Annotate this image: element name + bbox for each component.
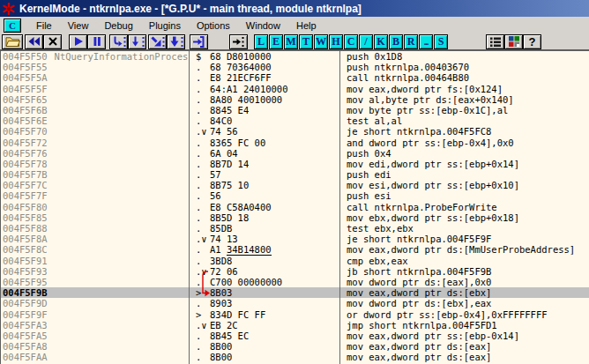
animate-over-icon xyxy=(169,36,183,48)
disasm-row[interactable]: 004F5FA8 .8B00 mov eax,dword ptr ds:[eax… xyxy=(1,341,589,352)
breakpoints-window-button[interactable]: B xyxy=(389,34,403,49)
patches-window-button[interactable]: / xyxy=(359,34,373,49)
disasm-row[interactable]: 004F5FA3 .∨EB 2C jmp short ntkrnlpa.004F… xyxy=(1,320,589,331)
hex-bytes: 8B00 xyxy=(210,341,232,352)
restart-button[interactable] xyxy=(25,34,43,49)
run-button[interactable] xyxy=(69,34,87,49)
run-trace-button[interactable]: ... xyxy=(419,34,433,49)
menu-plugins[interactable]: Plugins xyxy=(141,19,189,33)
menu-window[interactable]: Window xyxy=(238,19,288,33)
analysis-marker: . xyxy=(190,352,210,362)
disasm-row[interactable]: 004F5F65 .8A80 40010000 mov al,byte ptr … xyxy=(1,94,589,105)
memory-map-button[interactable]: M xyxy=(284,34,298,49)
toolbar: L E M T W H C / K B R ... S xyxy=(0,33,589,49)
cpu-window-icon[interactable]: C xyxy=(4,19,21,33)
menu-view[interactable]: View xyxy=(60,19,97,33)
color-palette-icon xyxy=(508,35,520,48)
call-stack-button[interactable]: K xyxy=(374,34,388,49)
disasm-row[interactable]: 004F5F9B >8B03 mov eax,dword ptr ds:[ebx… xyxy=(1,287,589,298)
disasm-row[interactable]: 004F5FAA .8B00 mov eax,dword ptr ds:[eax… xyxy=(1,352,589,362)
open-file-button[interactable] xyxy=(2,34,23,49)
close-button[interactable] xyxy=(43,34,62,49)
instruction: call ntkrnlpa.00464B80 xyxy=(340,72,589,83)
goto-arrow-icon xyxy=(232,36,245,48)
disasm-row[interactable]: 004F5F70 .∨74 56 je short ntkrnlpa.004F5… xyxy=(1,126,589,137)
hex-bytes: 84C0 xyxy=(210,115,232,126)
disasm-row[interactable]: 004F5F72 .8365 FC 00 and dword ptr ss:[e… xyxy=(1,137,589,148)
disasm-row[interactable]: 004F5F91 .3BD8 cmp ebx,eax xyxy=(1,256,589,266)
step-into-button[interactable] xyxy=(109,34,128,49)
instruction: push 0x4 xyxy=(340,148,589,159)
hex-bytes: 74 56 xyxy=(210,126,238,137)
hex-bytes: 834D FC FF xyxy=(210,309,265,320)
disasm-row[interactable]: 004F5F85 .8B5D 18 mov ebx,dword ptr ss:[… xyxy=(1,212,589,223)
menu-help[interactable]: Help xyxy=(288,19,324,33)
cpu-window-button[interactable]: C xyxy=(344,34,358,49)
analysis-marker: > xyxy=(190,287,210,298)
disasm-row[interactable]: 004F5F8A .∨74 13 je short ntkrnlpa.004F5… xyxy=(1,234,589,244)
disasm-row[interactable]: 004F5FA5 .8B45 EC mov eax,dword ptr ss:[… xyxy=(1,331,589,341)
instruction: mov byte ptr ss:[ebp-0x1C],al xyxy=(340,105,589,115)
go-to-address-button[interactable] xyxy=(229,34,248,49)
disasm-row[interactable]: 004F5F93 .∨72 06 jb short ntkrnlpa.004F5… xyxy=(1,266,589,277)
analysis-marker: . xyxy=(190,115,210,126)
address: 004F5F55 xyxy=(3,62,48,72)
hex-bytes: 8B03 xyxy=(210,287,232,298)
disasm-row[interactable]: 004F5F55 .68 70364000 push ntkrnlpa.0040… xyxy=(1,62,589,72)
disassembly-panel: 004F5F50NtQueryInformationProcess $68 D8… xyxy=(0,49,589,364)
address: 004F5F93 xyxy=(3,266,48,277)
disasm-row[interactable]: 004F5F7F .56 push esi xyxy=(1,190,589,201)
disasm-row[interactable]: 004F5F95 .C700 00000000 mov dword ptr ds… xyxy=(1,277,589,287)
source-button[interactable]: S xyxy=(434,34,448,49)
disasm-row[interactable]: 004F5F7C .8B75 10 mov esi,dword ptr ss:[… xyxy=(1,180,589,190)
analysis-marker: . xyxy=(190,94,210,105)
address: 004F5F9F xyxy=(3,309,48,320)
disasm-row[interactable]: 004F5F50NtQueryInformationProcess $68 D8… xyxy=(1,51,589,62)
disasm-row[interactable]: 004F5F78 .8B7D 14 mov edi,dword ptr ss:[… xyxy=(1,159,589,169)
hex-bytes: 8845 E4 xyxy=(210,105,249,115)
execute-till-return-button[interactable] xyxy=(190,34,208,49)
window-title: KernelMode - ntkrnlpa.exe - [*G.P.U* - m… xyxy=(19,3,362,15)
animate-over-button[interactable] xyxy=(167,34,185,49)
animate-into-button[interactable] xyxy=(148,34,167,49)
references-window-button[interactable]: R xyxy=(404,34,418,49)
executables-window-button[interactable]: E xyxy=(269,34,283,49)
disasm-row[interactable]: 004F5F76 .6A 04 push 0x4 xyxy=(1,148,589,159)
analysis-marker: . xyxy=(190,244,210,255)
disasm-rows: 004F5F50NtQueryInformationProcess $68 D8… xyxy=(1,51,589,362)
address: 004F5FA8 xyxy=(3,341,48,352)
hex-bytes: 74 13 xyxy=(210,234,238,244)
address: 004F5F76 xyxy=(3,148,48,159)
menu-file[interactable]: File xyxy=(28,19,60,33)
instruction: push ntkrnlpa.00403670 xyxy=(340,62,589,72)
disasm-row[interactable]: 004F5F5F .64:A1 24010000 mov eax,dword p… xyxy=(1,84,589,94)
menu-options[interactable]: Options xyxy=(189,19,238,33)
handles-window-button[interactable]: H xyxy=(329,34,343,49)
windows-window-button[interactable]: W xyxy=(314,34,328,49)
appearance-button[interactable] xyxy=(504,34,523,49)
address: 004F5F65 xyxy=(3,94,48,105)
disasm-row[interactable]: 004F5F5A .E8 21ECF6FF call ntkrnlpa.0046… xyxy=(1,72,589,83)
threads-window-button[interactable]: T xyxy=(299,34,313,49)
disasm-row[interactable]: 004F5F8C .A1 34B14800 mov eax,dword ptr … xyxy=(1,244,589,255)
hex-bytes: 8A80 40010000 xyxy=(210,94,282,105)
log-window-button[interactable]: L xyxy=(254,34,268,49)
menu-debug[interactable]: Debug xyxy=(96,19,140,33)
address: 004F5FAA xyxy=(3,352,48,362)
disasm-row[interactable]: 004F5F88 .85DB test ebx,ebx xyxy=(1,223,589,234)
instruction: or dword ptr ss:[ebp-0x4],0xFFFFFFFF xyxy=(340,309,589,320)
disasm-row[interactable]: 004F5F9D .8903 mov dword ptr ds:[ebx],ea… xyxy=(1,298,589,308)
disasm-row[interactable]: 004F5F9F >834D FC FF or dword ptr ss:[eb… xyxy=(1,309,589,320)
windows-list-button[interactable] xyxy=(486,34,504,49)
disasm-row[interactable]: 004F5F80 .E8 C58A0400 call ntkrnlpa.Prob… xyxy=(1,202,589,212)
return-arrow-icon xyxy=(192,36,205,48)
address: 004F5F5A xyxy=(3,72,48,83)
help-button[interactable]: ? xyxy=(523,34,541,49)
step-over-button[interactable] xyxy=(128,34,146,49)
disasm-row[interactable]: 004F5F6E .84C0 test al,al xyxy=(1,115,589,126)
pause-button[interactable] xyxy=(87,34,106,49)
instruction: mov eax,dword ptr fs:[0x124] xyxy=(340,84,589,94)
disasm-row[interactable]: 004F5F7B .57 push edi xyxy=(1,169,589,180)
disasm-row[interactable]: 004F5F6B .8845 E4 mov byte ptr ss:[ebp-0… xyxy=(1,105,589,115)
ollydbg-bug-icon xyxy=(3,3,15,15)
